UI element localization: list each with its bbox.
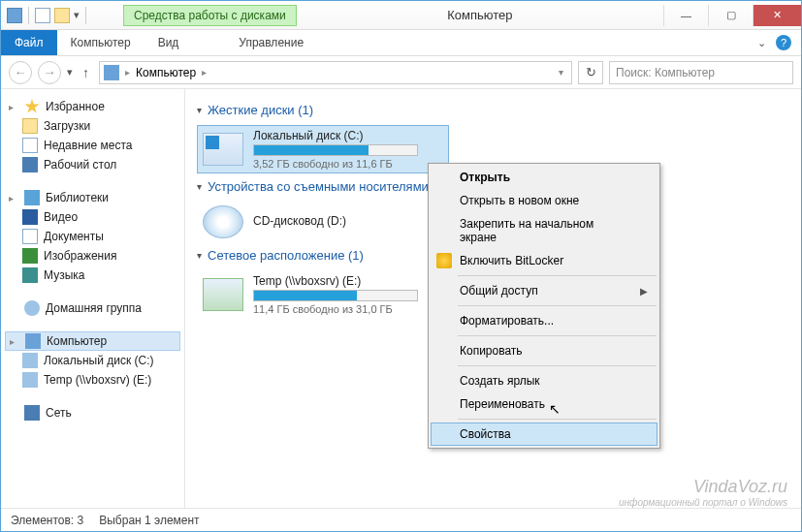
- breadcrumb-item[interactable]: Компьютер: [136, 66, 196, 79]
- window-controls: — ▢ ✕: [663, 5, 801, 26]
- hdd-icon: [203, 133, 243, 166]
- drive-local-c[interactable]: Локальный диск (C:) 3,52 ГБ свободно из …: [197, 125, 449, 173]
- context-item-format[interactable]: Форматировать...: [431, 309, 658, 332]
- sidebar-item-documents[interactable]: Документы: [5, 227, 180, 246]
- separator: [458, 419, 657, 420]
- ribbon-collapse-icon[interactable]: ⌄: [757, 37, 766, 49]
- refresh-button[interactable]: ↻: [578, 61, 603, 84]
- homegroup-icon: [24, 300, 40, 316]
- window-title: Компьютер: [297, 8, 663, 22]
- sidebar-libraries-header[interactable]: ▸Библиотеки: [5, 188, 180, 207]
- sidebar-item-downloads[interactable]: Загрузки: [5, 116, 180, 136]
- ribbon-tab-computer[interactable]: Компьютер: [57, 30, 144, 55]
- documents-icon: [22, 229, 38, 244]
- separator: [458, 275, 657, 276]
- navigation-pane: ▸Избранное Загрузки Недавние места Рабоч…: [1, 89, 185, 508]
- network-drive-icon: [22, 372, 38, 388]
- sidebar-computer-header[interactable]: ▸Компьютер: [5, 331, 180, 351]
- address-dropdown-icon[interactable]: ▾: [555, 67, 567, 78]
- submenu-arrow-icon: ▶: [640, 286, 648, 297]
- sidebar-item-recent[interactable]: Недавние места: [5, 136, 180, 155]
- sidebar-item-local-disk-c[interactable]: Локальный диск (C:): [5, 351, 180, 370]
- context-item-open-new-window[interactable]: Открыть в новом окне: [431, 189, 658, 212]
- watermark: VindaVoz.ru информационный портал о Wind…: [619, 477, 787, 508]
- minimize-button[interactable]: —: [663, 5, 708, 26]
- context-item-rename[interactable]: Переименовать: [431, 392, 658, 416]
- titlebar: ▾ Средства работы с дисками Компьютер — …: [1, 1, 801, 30]
- separator: [458, 365, 657, 366]
- help-icon[interactable]: ?: [776, 35, 791, 50]
- sidebar-network[interactable]: Сеть: [5, 403, 180, 422]
- cd-icon: [203, 205, 243, 238]
- drive-free-space: 11,4 ГБ свободно из 31,0 ГБ: [253, 303, 443, 315]
- sidebar-item-desktop[interactable]: Рабочий стол: [5, 155, 180, 174]
- forward-button[interactable]: →: [38, 61, 61, 84]
- app-icon[interactable]: [7, 8, 22, 23]
- status-item-count: Элементов: 3: [11, 514, 83, 527]
- separator: [458, 305, 657, 306]
- drive-icon: [22, 353, 38, 368]
- drive-cd-d[interactable]: CD-дисковод (D:): [197, 202, 449, 242]
- music-icon: [22, 267, 38, 283]
- separator: [458, 335, 657, 336]
- chevron-down-icon: ▾: [197, 181, 202, 192]
- context-item-properties[interactable]: Свойства: [431, 422, 658, 446]
- search-placeholder: Поиск: Компьютер: [616, 66, 715, 79]
- watermark-subtitle: информационный портал о Windows: [619, 497, 787, 508]
- folder-icon: [22, 118, 38, 134]
- category-hard-drives[interactable]: ▾Жесткие диски (1): [197, 103, 789, 117]
- ribbon-tab-view[interactable]: Вид: [144, 30, 193, 55]
- ribbon-tabs: Файл Компьютер Вид Управление ⌄ ?: [1, 30, 801, 56]
- libraries-icon: [24, 190, 40, 205]
- context-item-open[interactable]: Открыть: [431, 166, 658, 189]
- contextual-tools-tab[interactable]: Средства работы с дисками: [123, 5, 297, 26]
- drive-name: Temp (\\vboxsrv) (E:): [253, 274, 443, 288]
- ribbon-tab-manage[interactable]: Управление: [225, 30, 317, 55]
- drive-name: CD-дисковод (D:): [253, 214, 443, 228]
- location-icon: [104, 65, 119, 80]
- back-button[interactable]: ←: [9, 61, 32, 84]
- images-icon: [22, 248, 38, 264]
- up-button[interactable]: ↑: [79, 65, 93, 80]
- network-icon: [24, 405, 40, 421]
- breadcrumb-chevron-icon[interactable]: ▸: [200, 67, 209, 78]
- drive-name: Локальный диск (C:): [253, 129, 443, 142]
- context-item-bitlocker[interactable]: Включить BitLocker: [431, 249, 658, 272]
- context-menu: Открыть Открыть в новом окне Закрепить н…: [428, 163, 660, 449]
- recent-icon: [22, 138, 38, 153]
- history-dropdown-icon[interactable]: ▾: [67, 66, 73, 78]
- network-drive-icon: [203, 278, 243, 311]
- chevron-down-icon: ▾: [197, 105, 202, 115]
- address-bar[interactable]: ▸ Компьютер ▸ ▾: [99, 61, 572, 84]
- status-bar: Элементов: 3 Выбран 1 элемент: [1, 508, 801, 531]
- breadcrumb-chevron-icon[interactable]: ▸: [123, 67, 132, 78]
- sidebar-homegroup[interactable]: Домашняя группа: [5, 298, 180, 318]
- context-item-pin-start[interactable]: Закрепить на начальном экране: [431, 212, 658, 249]
- context-item-create-shortcut[interactable]: Создать ярлык: [431, 369, 658, 392]
- sidebar-item-music[interactable]: Музыка: [5, 266, 180, 285]
- computer-icon: [25, 333, 41, 349]
- qat-properties-icon[interactable]: [35, 8, 50, 23]
- context-item-copy[interactable]: Копировать: [431, 339, 658, 362]
- chevron-down-icon: ▾: [197, 250, 202, 261]
- sidebar-item-video[interactable]: Видео: [5, 207, 180, 227]
- video-icon: [22, 209, 38, 225]
- maximize-button[interactable]: ▢: [708, 5, 753, 26]
- drive-capacity-bar: [253, 144, 418, 156]
- navigation-bar: ← → ▾ ↑ ▸ Компьютер ▸ ▾ ↻ Поиск: Компьют…: [1, 56, 801, 89]
- star-icon: [24, 99, 40, 114]
- sidebar-item-images[interactable]: Изображения: [5, 246, 180, 266]
- ribbon-tab-file[interactable]: Файл: [1, 30, 57, 55]
- search-input[interactable]: Поиск: Компьютер: [609, 61, 793, 84]
- sidebar-favorites-header[interactable]: ▸Избранное: [5, 97, 180, 116]
- drive-free-space: 3,52 ГБ свободно из 11,6 ГБ: [253, 158, 443, 170]
- desktop-icon: [22, 157, 38, 172]
- context-item-share[interactable]: Общий доступ▶: [431, 279, 658, 302]
- drive-network-e[interactable]: Temp (\\vboxsrv) (E:) 11,4 ГБ свободно и…: [197, 270, 449, 319]
- drive-capacity-bar: [253, 290, 418, 301]
- sidebar-item-network-drive-e[interactable]: Temp (\\vboxsrv) (E:): [5, 370, 180, 390]
- qat-dropdown-icon[interactable]: ▾: [74, 9, 80, 21]
- watermark-title: VindaVoz.ru: [619, 477, 787, 497]
- qat-folder-icon[interactable]: [54, 8, 70, 23]
- close-button[interactable]: ✕: [753, 5, 801, 26]
